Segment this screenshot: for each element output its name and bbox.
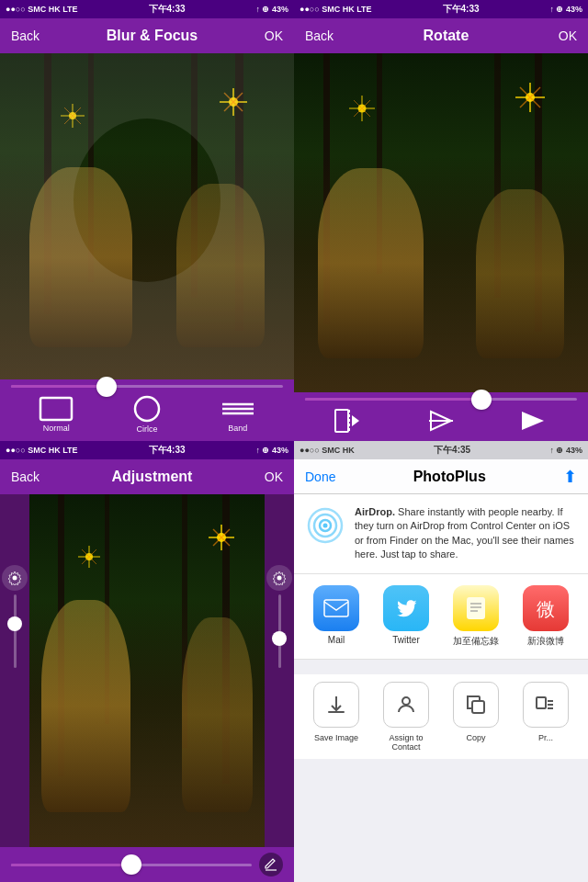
left-vertical-track[interactable] [14,594,17,668]
svg-point-47 [323,524,328,528]
nav-bar-2: Back Rotate OK [294,18,588,53]
svg-rect-48 [324,600,348,616]
slider-thumb-2[interactable] [471,390,492,410]
status-bar-3: ●●○○ SMC HK LTE 下午4:33 ↑ ⊕ 43% [0,441,294,459]
svg-point-32 [277,575,282,580]
figure-right-3 [182,617,253,811]
svg-marker-30 [522,412,544,430]
svg-rect-56 [472,701,484,713]
bottom-slider-thumb[interactable] [121,854,141,875]
airdrop-description: AirDrop. Share instantly with people nea… [355,505,577,562]
sparkle-3-right [207,523,236,552]
mail-icon[interactable] [313,585,359,631]
tool-band[interactable]: Band [220,396,255,433]
right-slider-container[interactable] [265,494,294,847]
copy-label: Copy [466,733,485,742]
tool-circle[interactable]: Cirlce [133,395,161,434]
tool-rotate[interactable] [517,408,548,434]
left-vertical-thumb[interactable] [7,616,22,631]
nav-title-4: PhotoPlus [413,469,486,485]
done-button[interactable]: Done [305,469,335,484]
slider-container-1 [0,379,294,390]
action-assign-contact[interactable]: Assign to Contact [376,682,437,752]
right-vertical-track[interactable] [278,594,281,668]
photo-main-3 [29,494,265,847]
share-panel: ●●○○ SMC HK 下午4:35 ↑ ⊕ 43% Done PhotoPlu… [294,441,588,882]
left-slider[interactable] [2,565,28,776]
tool-flip-v[interactable] [425,408,457,434]
status-right-2: ↑ ⊕ 43% [549,5,582,14]
tool-normal[interactable]: Normal [39,396,74,433]
rotate-icon [517,408,548,434]
more-icon[interactable] [523,682,569,728]
mail-label: Mail [328,635,345,645]
photo-area-1 [0,53,294,379]
circle-icon [133,395,161,423]
twitter-svg [394,598,418,618]
slider-thumb-1[interactable] [96,377,117,397]
assign-contact-icon[interactable] [383,682,429,728]
back-button-3[interactable]: Back [11,469,40,484]
weibo-icon[interactable]: 微 [523,585,569,631]
notes-label: 加至備忘錄 [453,635,499,648]
bottom-slider-track[interactable] [11,864,252,866]
status-icons-4: ↑ ⊕ 43% [549,446,582,455]
status-icons-2: ↑ ⊕ 43% [549,5,582,14]
status-bar-4: ●●○○ SMC HK 下午4:35 ↑ ⊕ 43% [294,441,588,459]
svg-rect-54 [328,711,345,713]
save-image-icon[interactable] [313,682,359,728]
slider-fill-1 [11,385,107,388]
status-left-4: ●●○○ SMC HK [300,446,355,455]
share-action-button[interactable]: ⬆ [563,467,577,487]
copy-icon[interactable] [453,682,499,728]
notes-svg [464,595,488,621]
carrier-text-3: ●●○○ SMC HK LTE [6,446,78,455]
svg-rect-10 [40,398,72,420]
action-save-image[interactable]: Save Image [306,682,368,752]
sparkle-2-left [347,94,377,123]
nav-title-1: Blur & Focus [107,28,198,44]
blur-circle-1 [74,119,220,282]
mail-svg [323,599,349,617]
share-app-mail[interactable]: Mail [313,585,359,648]
square-icon [39,396,74,422]
action-more[interactable]: Pr... [515,682,577,752]
ok-button-1[interactable]: OK [265,28,283,43]
share-app-notes[interactable]: 加至備忘錄 [453,585,499,648]
figure-left-3 [41,600,130,811]
twitter-icon[interactable] [383,585,429,631]
tool-normal-label: Normal [43,424,70,433]
adjustment-icon[interactable] [266,565,292,591]
adjustment-svg [272,571,287,585]
tool-flip-h[interactable] [334,408,365,434]
slider-track-1[interactable] [11,385,283,388]
status-right-1: ↑ ⊕ 43% [255,5,288,14]
share-app-weibo[interactable]: 微 新浪微博 [523,585,569,648]
nav-bar-1: Back Blur & Focus OK [0,18,294,53]
status-time-4: 下午4:35 [434,444,470,457]
airdrop-svg [307,507,344,544]
back-button-2[interactable]: Back [305,28,334,43]
right-slider[interactable] [266,565,292,776]
photo-area-2 [294,53,588,392]
ok-button-3[interactable]: OK [265,469,283,484]
gear-icon[interactable] [2,565,28,591]
right-vertical-thumb[interactable] [272,631,287,646]
status-time-2: 下午4:33 [443,3,480,16]
gear-svg [7,571,22,585]
svg-point-11 [135,397,159,421]
status-icons-3: ↑ ⊕ 43% [255,446,288,455]
pencil-button[interactable] [259,853,283,876]
save-image-label: Save Image [314,733,358,742]
slider-track-2[interactable] [305,398,577,401]
assign-contact-label: Assign to Contact [389,733,423,752]
back-button-1[interactable]: Back [11,28,40,43]
left-slider-container[interactable] [0,494,29,847]
share-app-twitter[interactable]: Twitter [383,585,429,648]
slider-container-2 [294,392,588,402]
adjustment-panel: ●●○○ SMC HK LTE 下午4:33 ↑ ⊕ 43% Back Adju… [0,441,294,882]
notes-icon[interactable] [453,585,499,631]
status-right-3: ↑ ⊕ 43% [255,446,288,455]
action-copy[interactable]: Copy [446,682,507,752]
ok-button-2[interactable]: OK [559,28,577,43]
